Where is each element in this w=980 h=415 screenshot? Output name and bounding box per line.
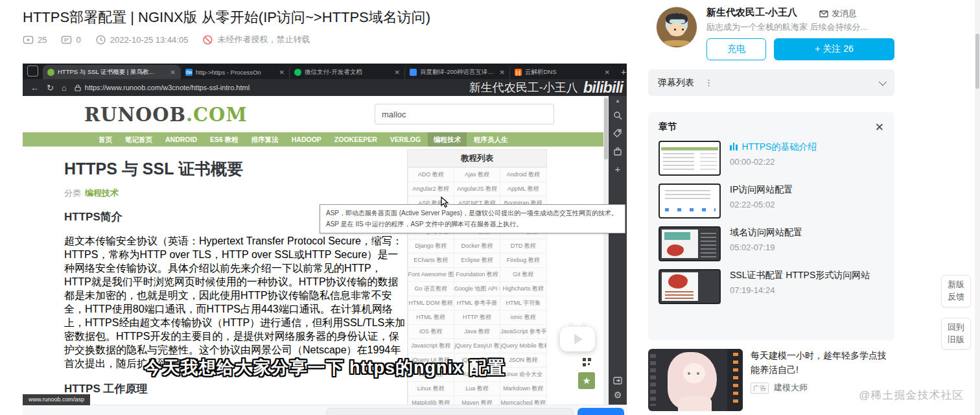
- site-nav-item[interactable]: VERILOG: [384, 132, 426, 147]
- tutorial-link[interactable]: Eclipse 教程: [454, 253, 500, 268]
- signin-panel-icon[interactable]: [613, 377, 622, 385]
- ad-thumbnail[interactable]: [648, 349, 743, 411]
- ad-card[interactable]: 每天建模一小时，趁年轻多学点技能养活自己! 广告 建模大师: [648, 349, 894, 411]
- ad-title[interactable]: 每天建模一小时，趁年轻多学点技能养活自己!: [751, 349, 894, 377]
- tutorial-link[interactable]: AppML 教程: [500, 182, 546, 196]
- tutorial-link[interactable]: JSON 教程: [500, 353, 546, 368]
- tab-actions-icon[interactable]: [27, 65, 38, 77]
- refresh-icon[interactable]: ↻: [47, 83, 54, 93]
- shopping-bag-icon[interactable]: [613, 147, 622, 156]
- tutorial-link[interactable]: HTML DOM 教程: [408, 296, 454, 311]
- tutorial-link[interactable]: Highcharts 教程: [500, 281, 546, 296]
- chapter-item-3[interactable]: 域名访问网站配置05:02-07:19: [659, 226, 884, 261]
- chapter-title[interactable]: SSL证书配置 HTTPS形式访问网站: [730, 269, 870, 282]
- tutorial-link[interactable]: JavaScript 参考手: [500, 324, 546, 339]
- scroll-up-icon[interactable]: ▲: [615, 98, 620, 104]
- tutorial-link[interactable]: Maven 教程: [454, 396, 500, 406]
- site-nav-item[interactable]: 排序算法: [246, 132, 285, 147]
- tutorial-link[interactable]: HTTP 教程: [454, 310, 500, 325]
- tutorial-link[interactable]: Memcached 教程: [500, 396, 546, 406]
- tag-icon[interactable]: [613, 129, 622, 138]
- bilibili-play-button[interactable]: [560, 322, 595, 351]
- tutorial-link[interactable]: iOS 教程: [408, 324, 454, 339]
- browser-tab-1[interactable]: Onhttp->https - ProcessOn✕: [180, 65, 289, 79]
- video-player[interactable]: HTTPS 与 SSL 证书概要 | 菜鸟教...✕Onhttp->https …: [23, 64, 627, 415]
- sidebar-add-icon[interactable]: +: [615, 163, 621, 174]
- danmaku-input[interactable]: [326, 408, 574, 415]
- browser-scrollbar[interactable]: [975, 0, 980, 415]
- category-link[interactable]: 编程技术: [85, 188, 119, 198]
- tutorial-link[interactable]: Lua 教程: [454, 381, 500, 396]
- tab-close-icon[interactable]: ✕: [395, 69, 400, 76]
- tutorial-link[interactable]: ECharts 教程: [408, 253, 454, 268]
- tutorial-link[interactable]: Android 教程: [500, 167, 546, 182]
- chapter-thumbnail[interactable]: [659, 226, 721, 261]
- tutorial-link[interactable]: Django 教程: [408, 239, 454, 254]
- danmaku-send-button[interactable]: [578, 408, 624, 415]
- danmaku-list-bar[interactable]: 弹幕列表 ⋮: [648, 69, 894, 96]
- chapter-item-2[interactable]: IP访问网站配置02:22-05:02: [659, 184, 884, 219]
- tutorial-link[interactable]: jQuery Mobile 教程: [500, 338, 546, 353]
- tutorial-link[interactable]: Firebug 教程: [500, 253, 546, 268]
- uploader-avatar[interactable]: [656, 6, 697, 48]
- tutorial-link[interactable]: HTML 教程: [408, 310, 454, 325]
- tutorial-link[interactable]: Angular2 教程: [408, 182, 454, 196]
- browser-tab-4[interactable]: [-]云解析DNS✕: [509, 65, 614, 79]
- site-nav-item[interactable]: HADOOP: [286, 132, 327, 147]
- chapter-title[interactable]: HTTPS的基础介绍: [730, 141, 817, 154]
- site-nav-item[interactable]: 编程技术: [428, 132, 467, 147]
- follow-button[interactable]: + 关注 26: [774, 38, 894, 60]
- tutorial-link[interactable]: ADO 教程: [408, 167, 454, 182]
- site-nav-item[interactable]: ZOOKEEPER: [329, 132, 383, 147]
- search-icon[interactable]: [613, 111, 622, 120]
- chapter-thumbnail[interactable]: [659, 184, 721, 219]
- tab-close-icon[interactable]: ✕: [170, 69, 176, 76]
- chapter-item-1[interactable]: HTTPS的基础介绍00:00-02:22: [659, 141, 884, 176]
- runoob-logo[interactable]: RUNOOB.COM: [84, 104, 247, 126]
- tutorial-link[interactable]: Git 教程: [500, 267, 546, 282]
- tutorial-link[interactable]: AngularJS 教程: [454, 182, 500, 196]
- page-scrollbar[interactable]: [603, 96, 609, 405]
- site-nav-item[interactable]: 首页: [93, 132, 118, 147]
- site-search-input[interactable]: [375, 104, 554, 124]
- tutorial-link[interactable]: Google 地图 API 教: [454, 281, 500, 296]
- browser-scrollbar-thumb[interactable]: [975, 34, 979, 89]
- site-nav-item[interactable]: ANDROID: [159, 132, 203, 147]
- tutorial-link[interactable]: HTML 字符集: [500, 296, 546, 311]
- settings-gear-icon[interactable]: ⚙: [614, 390, 622, 400]
- site-nav-item[interactable]: 程序员人生: [468, 132, 514, 147]
- tab-close-icon[interactable]: ✕: [500, 69, 505, 76]
- favorite-star-button[interactable]: ★: [578, 372, 595, 389]
- chapter-thumbnail[interactable]: [659, 269, 721, 304]
- tutorial-link[interactable]: Matplotlib 教程: [408, 396, 454, 406]
- tutorial-link[interactable]: Go 语言教程: [408, 281, 454, 296]
- site-nav-item[interactable]: 笔记首页: [119, 132, 158, 147]
- tutorial-link[interactable]: Font Awesome 图: [408, 267, 454, 282]
- back-to-old-version-button[interactable]: 回到旧版: [941, 318, 971, 350]
- tutorial-link[interactable]: Linux 命令大全: [500, 367, 546, 382]
- back-icon[interactable]: ←: [30, 83, 39, 93]
- new-version-feedback-button[interactable]: 新版反馈: [941, 275, 971, 307]
- minimize-icon[interactable]: —: [626, 64, 627, 79]
- tutorial-link[interactable]: jQuery EasyUI 教: [454, 338, 500, 353]
- tab-close-icon[interactable]: ✕: [279, 69, 285, 76]
- tutorial-link[interactable]: Linux 教程: [408, 381, 454, 396]
- url-field[interactable]: https://www.runoob.com/w3cnote/https-ssl…: [75, 84, 250, 91]
- uploader-name[interactable]: 新生代农民工-小王八: [706, 6, 797, 19]
- tutorial-link[interactable]: Markdown 教程: [500, 381, 546, 396]
- chapter-thumbnail[interactable]: [659, 141, 721, 176]
- tutorial-link[interactable]: Java 教程: [454, 324, 500, 339]
- close-icon[interactable]: ✕: [875, 121, 884, 134]
- tutorial-link[interactable]: ionic 教程: [500, 310, 546, 325]
- browser-tab-2[interactable]: 微信支付-开发者文档✕: [289, 65, 404, 79]
- tutorial-link[interactable]: DTD 教程: [500, 239, 546, 254]
- tutorial-link[interactable]: Docker 教程: [454, 239, 500, 254]
- chevron-down-icon[interactable]: [879, 78, 887, 86]
- browser-tab-0[interactable]: HTTPS 与 SSL 证书概要 | 菜鸟教...✕: [43, 65, 180, 79]
- tutorial-link[interactable]: HTML 参考手册: [454, 296, 500, 311]
- chapter-title[interactable]: 域名访问网站配置: [730, 226, 802, 239]
- tutorial-link[interactable]: Foundation 教程: [454, 267, 500, 282]
- tutorial-link[interactable]: Ajax 教程: [454, 167, 500, 182]
- tutorial-link[interactable]: Javascript 教程: [408, 338, 454, 353]
- send-message-link[interactable]: 发消息: [819, 8, 857, 19]
